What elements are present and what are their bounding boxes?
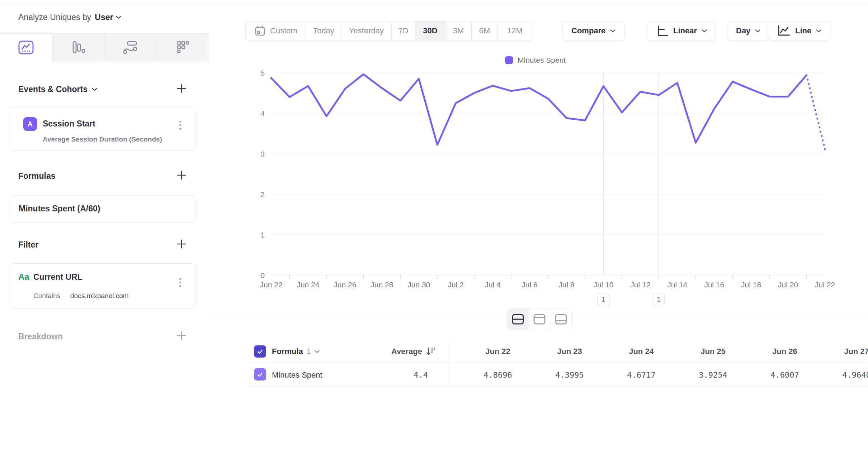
filter-options-button[interactable] — [175, 274, 185, 290]
formula-group-label: Formula — [272, 347, 303, 356]
select-all-checkbox[interactable] — [254, 345, 266, 358]
filter-operator[interactable]: Contains — [33, 292, 60, 300]
average-label: Average — [391, 347, 422, 356]
y-tick-label: 3 — [260, 150, 265, 158]
axis-scale-label: Linear — [673, 26, 697, 35]
range-30d-label: 30D — [423, 26, 437, 35]
formula-group-dropdown[interactable]: Formula 1 — [272, 347, 320, 356]
filter-condition[interactable]: Contains docs.mixpanel.com — [33, 292, 129, 300]
x-tick-label: Jul 16 — [704, 281, 724, 289]
legend-item-minutes-spent[interactable]: Minutes Spent — [505, 56, 566, 64]
query-builder-sidebar: Analyze Uniques by User — [0, 4, 209, 450]
chevron-down-icon — [116, 16, 121, 19]
table-row-average: 4.4 — [414, 370, 428, 379]
range-custom[interactable]: Custom — [246, 21, 306, 40]
row-checkbox-minutes-spent[interactable] — [254, 368, 266, 380]
add-formula-button[interactable] — [174, 167, 189, 183]
x-tick-label: Jul 14 — [667, 281, 687, 289]
range-custom-label: Custom — [270, 26, 297, 35]
chevron-down-icon — [702, 29, 707, 33]
range-today-label: Today — [313, 26, 334, 35]
formula-card[interactable]: Minutes Spent (A/60) — [9, 195, 196, 222]
line-chart-icon — [18, 40, 34, 55]
y-tick-label: 5 — [260, 69, 265, 77]
chart-line-dotted — [807, 75, 825, 149]
chart-only-toggle[interactable] — [528, 309, 550, 330]
events-cohorts-title: Events & Cohorts — [18, 85, 88, 94]
chevron-down-icon — [755, 29, 760, 33]
calendar-icon — [254, 25, 266, 37]
analyze-uniques-row: Analyze Uniques by User — [18, 13, 121, 22]
x-tick-label: Jul 10 — [593, 281, 613, 289]
tab-bar-chart[interactable] — [52, 34, 104, 61]
table-cell-value: 4.8696 — [462, 370, 534, 379]
formulas-title: Formulas — [18, 171, 56, 181]
range-yesterday[interactable]: Yesterday — [341, 21, 391, 40]
range-12m[interactable]: 12M — [497, 21, 532, 40]
chart-style-button[interactable]: Line — [768, 21, 830, 40]
tab-line-chart[interactable] — [0, 34, 52, 61]
table-column-header[interactable]: Jun 27 — [821, 347, 868, 356]
table-column-header[interactable]: Jun 24 — [605, 347, 677, 356]
plus-icon — [176, 170, 187, 181]
breakdown-title: Breakdown — [18, 332, 63, 341]
date-range-control: Custom Today Yesterday 7D 30D 3M 6M 12M — [245, 21, 532, 40]
plus-icon — [176, 83, 187, 94]
sort-descending-icon — [426, 347, 436, 356]
metrics-icon — [175, 40, 191, 55]
table-column-divider — [448, 340, 448, 386]
table-cell-value: 4.6007 — [749, 370, 821, 379]
add-filter-button[interactable] — [174, 236, 189, 252]
range-6m[interactable]: 6M — [471, 21, 497, 40]
chart-type-tabs — [0, 33, 209, 61]
compare-button[interactable]: Compare — [562, 21, 624, 40]
add-breakdown-button[interactable] — [174, 328, 189, 344]
line-chart[interactable]: 012345Jun 22Jun 24Jun 26Jun 28Jun 30Jul … — [209, 68, 868, 319]
legend-label: Minutes Spent — [518, 56, 566, 64]
x-tick-label: Jun 24 — [297, 281, 319, 289]
chart-style-label: Line — [795, 26, 811, 35]
axis-scale-button[interactable]: Linear — [647, 21, 716, 40]
range-today[interactable]: Today — [306, 21, 341, 40]
chevron-down-icon — [92, 88, 97, 91]
table-column-header[interactable]: Jun 22 — [462, 347, 534, 356]
range-30d-selected[interactable]: 30D — [415, 21, 445, 40]
filter-card-current-url[interactable]: Aa Current URL Contains docs.mixpanel.co… — [9, 263, 196, 308]
tab-metrics[interactable] — [157, 34, 209, 61]
table-column-header[interactable]: Jun 23 — [534, 347, 605, 356]
average-column-header[interactable]: Average — [391, 347, 436, 356]
event-metric[interactable]: Average Session Duration (Seconds) — [43, 135, 162, 143]
event-card-session-start[interactable]: A Session Start Average Session Duration… — [9, 106, 196, 150]
breakdown-heading: Breakdown — [18, 332, 63, 341]
x-tick-label: Jul 20 — [778, 281, 798, 289]
chart-line[interactable] — [271, 74, 807, 145]
table-column-header[interactable]: Jun 26 — [749, 347, 821, 356]
table-cell-value: 4.3995 — [534, 370, 605, 379]
events-cohorts-heading[interactable]: Events & Cohorts — [18, 85, 97, 94]
flows-icon — [123, 40, 139, 55]
add-event-button[interactable] — [174, 81, 189, 96]
range-7d-label: 7D — [398, 26, 408, 35]
chart-only-icon — [533, 314, 546, 325]
range-3m[interactable]: 3M — [445, 21, 471, 40]
split-view-toggle[interactable] — [507, 309, 528, 330]
filter-value[interactable]: docs.mixpanel.com — [70, 292, 129, 300]
table-column-header[interactable]: Jun 25 — [677, 347, 749, 356]
table-row-name: Minutes Spent — [272, 370, 322, 380]
table-only-toggle[interactable] — [550, 309, 571, 330]
plus-icon — [176, 330, 187, 341]
annotation-badge-label: 1 — [657, 296, 661, 303]
analyze-value-dropdown[interactable]: User — [95, 13, 121, 22]
interval-button[interactable]: Day — [727, 21, 769, 40]
table-cell-value: 3.9254 — [677, 370, 749, 379]
x-tick-label: Jun 30 — [407, 281, 430, 289]
table-cell-value: 4.6717 — [605, 370, 677, 379]
chevron-down-icon — [315, 350, 320, 353]
event-options-button[interactable] — [175, 117, 185, 133]
event-letter-badge: A — [23, 117, 37, 131]
range-7d[interactable]: 7D — [391, 21, 415, 40]
analyze-value: User — [95, 13, 113, 22]
formula-expression: Minutes Spent (A/60) — [19, 204, 100, 214]
tab-flows[interactable] — [104, 34, 157, 61]
x-tick-label: Jun 22 — [260, 281, 282, 289]
